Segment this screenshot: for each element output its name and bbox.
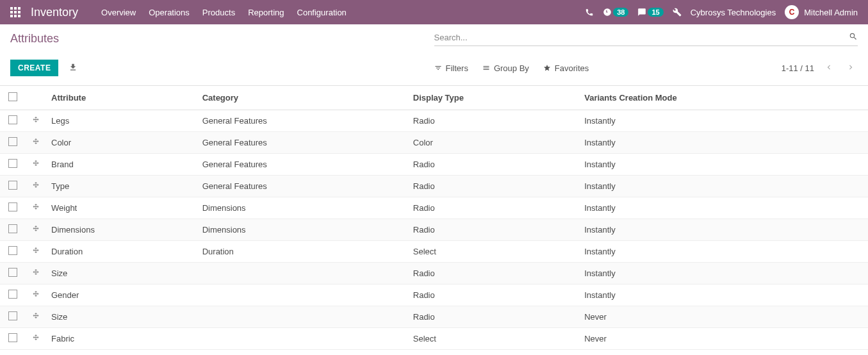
table-row[interactable]: TypeGeneral FeaturesRadioInstantly	[0, 176, 868, 197]
svg-rect-3	[10, 11, 13, 13]
svg-rect-2	[18, 7, 20, 10]
cell-variants-mode: Instantly	[579, 241, 868, 263]
cell-variants-mode: Instantly	[579, 154, 868, 176]
drag-handle-icon[interactable]	[32, 116, 40, 124]
table-row[interactable]: ColorGeneral FeaturesColorInstantly	[0, 132, 868, 154]
cell-category: Dimensions	[197, 219, 408, 241]
pager-next-button[interactable]	[844, 60, 858, 76]
calendar-icon[interactable]: 38	[603, 8, 628, 17]
row-checkbox[interactable]	[8, 159, 17, 168]
cell-category	[197, 263, 408, 285]
cell-category	[197, 328, 408, 350]
filters-label: Filters	[446, 63, 468, 73]
cell-category	[197, 285, 408, 306]
attributes-table: Attribute Category Display Type Variants…	[0, 85, 868, 350]
nav-overview[interactable]: Overview	[101, 8, 136, 17]
drag-handle-icon[interactable]	[32, 181, 40, 189]
cell-category: General Features	[197, 110, 408, 132]
cell-category: General Features	[197, 176, 408, 197]
pager-range[interactable]: 1-11 / 11	[782, 63, 814, 73]
search-input[interactable]	[434, 33, 849, 42]
nav-configuration[interactable]: Configuration	[297, 8, 347, 17]
table-row[interactable]: SizeRadioInstantly	[0, 263, 868, 285]
cell-variants-mode: Never	[579, 306, 868, 328]
cell-attribute: Gender	[46, 285, 197, 306]
messages-badge: 15	[648, 8, 663, 17]
breadcrumb: Attributes	[10, 32, 434, 45]
cell-variants-mode: Instantly	[579, 132, 868, 154]
table-row[interactable]: GenderRadioInstantly	[0, 285, 868, 306]
row-checkbox[interactable]	[8, 290, 17, 299]
phone-icon[interactable]	[585, 8, 594, 17]
drag-handle-icon[interactable]	[32, 312, 40, 320]
row-checkbox[interactable]	[8, 202, 17, 211]
drag-handle-icon[interactable]	[32, 334, 40, 342]
svg-rect-7	[14, 15, 17, 17]
drag-handle-icon[interactable]	[32, 160, 40, 167]
cell-variants-mode: Instantly	[579, 110, 868, 132]
row-checkbox[interactable]	[8, 137, 17, 146]
table-row[interactable]: SizeRadioNever	[0, 306, 868, 328]
favorites-button[interactable]: Favorites	[543, 63, 589, 73]
header-attribute[interactable]: Attribute	[46, 86, 197, 110]
header-display-type[interactable]: Display Type	[408, 86, 579, 110]
company-name[interactable]: Cybrosys Technologies	[691, 8, 776, 17]
cell-variants-mode: Never	[579, 328, 868, 350]
row-checkbox[interactable]	[8, 246, 17, 255]
group-by-label: Group By	[494, 63, 529, 73]
drag-handle-icon[interactable]	[32, 268, 40, 276]
calendar-badge: 38	[613, 8, 628, 17]
header-category[interactable]: Category	[197, 86, 408, 110]
group-by-button[interactable]: Group By	[482, 63, 529, 73]
svg-rect-0	[10, 7, 13, 10]
drag-handle-icon[interactable]	[32, 247, 40, 254]
app-title[interactable]: Inventory	[31, 6, 78, 19]
drag-handle-icon[interactable]	[32, 138, 40, 145]
svg-rect-5	[18, 11, 20, 13]
cell-attribute: Dimensions	[46, 219, 197, 241]
import-button[interactable]	[66, 60, 80, 76]
cell-display-type: Radio	[408, 263, 579, 285]
svg-rect-4	[14, 11, 17, 13]
cell-category: General Features	[197, 154, 408, 176]
table-row[interactable]: FabricSelectNever	[0, 328, 868, 350]
cell-attribute: Type	[46, 176, 197, 197]
drag-handle-icon[interactable]	[32, 225, 40, 233]
nav-products[interactable]: Products	[202, 8, 235, 17]
table-row[interactable]: WeightDimensionsRadioInstantly	[0, 197, 868, 219]
avatar: C	[785, 5, 799, 19]
cell-attribute: Size	[46, 263, 197, 285]
pager-prev-button[interactable]	[822, 60, 836, 76]
cell-variants-mode: Instantly	[579, 285, 868, 306]
row-checkbox[interactable]	[8, 181, 17, 190]
cell-variants-mode: Instantly	[579, 197, 868, 219]
row-checkbox[interactable]	[8, 115, 17, 124]
svg-rect-6	[10, 15, 13, 17]
cell-attribute: Color	[46, 132, 197, 154]
messages-icon[interactable]: 15	[637, 8, 663, 17]
cell-attribute: Brand	[46, 154, 197, 176]
header-variants-mode[interactable]: Variants Creation Mode	[579, 86, 868, 110]
table-row[interactable]: DimensionsDimensionsRadioInstantly	[0, 219, 868, 241]
cell-variants-mode: Instantly	[579, 176, 868, 197]
table-row[interactable]: DurationDurationSelectInstantly	[0, 241, 868, 263]
drag-handle-icon[interactable]	[32, 290, 40, 298]
row-checkbox[interactable]	[8, 333, 17, 342]
row-checkbox[interactable]	[8, 311, 17, 320]
table-row[interactable]: LegsGeneral FeaturesRadioInstantly	[0, 110, 868, 132]
filters-button[interactable]: Filters	[434, 63, 468, 73]
cell-display-type: Radio	[408, 176, 579, 197]
search-icon[interactable]	[849, 32, 858, 43]
table-row[interactable]: BrandGeneral FeaturesRadioInstantly	[0, 154, 868, 176]
row-checkbox[interactable]	[8, 224, 17, 233]
user-menu[interactable]: C Mitchell Admin	[785, 5, 858, 19]
apps-icon[interactable]	[10, 7, 20, 17]
nav-operations[interactable]: Operations	[149, 8, 190, 17]
nav-reporting[interactable]: Reporting	[248, 8, 284, 17]
create-button[interactable]: CREATE	[10, 60, 58, 76]
cell-category: Duration	[197, 241, 408, 263]
tools-icon[interactable]	[673, 8, 682, 17]
drag-handle-icon[interactable]	[32, 203, 40, 211]
select-all-checkbox[interactable]	[8, 92, 17, 101]
row-checkbox[interactable]	[8, 268, 17, 277]
